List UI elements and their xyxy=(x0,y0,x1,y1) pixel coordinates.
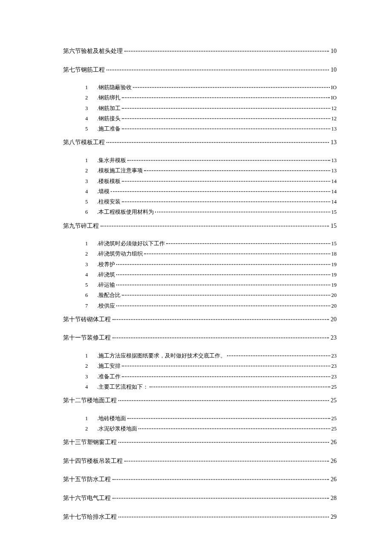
toc-sub-title: .本工程模板使用材料为 xyxy=(97,209,154,215)
toc-section-page: 29 xyxy=(331,513,337,521)
toc-sub-row: 2.碎浇筑劳动力组织18 xyxy=(85,250,337,257)
toc-sub-row: 6.本工程模板使用材料为15 xyxy=(85,209,337,215)
toc-sub-number: 2 xyxy=(85,94,95,101)
toc-section-row: 第十五节防水工程26 xyxy=(63,475,337,484)
toc-block: 第十节砖砌体工程20 xyxy=(63,315,337,324)
toc-sub-title: .楼板模板 xyxy=(97,178,121,185)
toc-leader-dots xyxy=(127,418,330,419)
toc-sub-page: 23 xyxy=(331,352,337,359)
toc-sub-number: 1 xyxy=(85,84,95,91)
toc-sub-page: 19 xyxy=(331,261,337,268)
toc-sub-row: 4.钢筋接头12 xyxy=(85,115,337,122)
toc-section-row: 第七节钢筋工程10 xyxy=(63,66,337,74)
toc-leader-dots xyxy=(155,212,330,212)
toc-sub-title: .集水井模板 xyxy=(97,157,126,164)
toc-sub-list: 1.钢筋隐蔽验收IO2.钢筋绑扎IO3.钢筋加工124.钢筋接头125.施工准备… xyxy=(63,84,337,132)
toc-section-title: 第九节碎工程 xyxy=(63,222,99,230)
toc-sub-page: 23 xyxy=(331,363,337,369)
toc-sub-number: 3 xyxy=(85,373,95,380)
toc-section-row: 第十七节给排水工程29 xyxy=(63,513,337,521)
toc-leader-dots xyxy=(227,355,330,356)
toc-sub-page: 19 xyxy=(331,282,337,288)
toc-sub-number: 3 xyxy=(85,105,95,112)
toc-section-title: 第八节模板工程 xyxy=(63,138,105,147)
toc-leader-dots xyxy=(122,366,330,366)
toc-sub-page: 25 xyxy=(331,384,337,390)
toc-sub-number: 2 xyxy=(85,425,95,432)
toc-sub-row: 5.碎运输19 xyxy=(85,282,337,288)
toc-section-row: 第十四节楼板吊装工程26 xyxy=(63,457,337,465)
toc-sub-number: 2 xyxy=(85,167,95,174)
toc-sub-list: 1.碎浇筑时必须做好以下工作152.碎浇筑劳动力组织183.校养护194.碎浇筑… xyxy=(63,240,337,309)
toc-leader-dots xyxy=(124,51,329,52)
toc-sub-number: 4 xyxy=(85,115,95,122)
toc-sub-row: 6.脸配合比20 xyxy=(85,292,337,299)
toc-sub-number: 4 xyxy=(85,384,95,390)
toc-sub-row: 5.柱模安装14 xyxy=(85,198,337,205)
toc-leader-dots xyxy=(122,295,330,296)
toc-section-page: 28 xyxy=(331,494,337,503)
toc-leader-dots xyxy=(122,376,330,377)
toc-sub-number: 1 xyxy=(85,415,95,422)
toc-sub-number: 6 xyxy=(85,292,95,299)
toc-sub-number: 5 xyxy=(85,198,95,205)
toc-sub-page: 25 xyxy=(331,415,337,422)
toc-sub-number: 7 xyxy=(85,302,95,309)
toc-sub-number: 4 xyxy=(85,271,95,278)
toc-section-page: 10 xyxy=(331,47,337,55)
toc-sub-title: .钢筋绑扎 xyxy=(97,94,121,101)
toc-sub-row: 7.校供应20 xyxy=(85,302,337,309)
toc-leader-dots xyxy=(144,253,330,254)
toc-sub-number: 5 xyxy=(85,282,95,288)
toc-leader-dots xyxy=(107,142,329,143)
toc-section-page: 25 xyxy=(331,396,337,405)
toc-block: 第九节碎工程151.碎浇筑时必须做好以下工作152.碎浇筑劳动力组织183.校养… xyxy=(63,222,337,309)
toc-sub-row: 4.墙模14 xyxy=(85,188,337,195)
toc-block: 第十七节给排水工程29 xyxy=(63,513,337,521)
toc-sub-page: 25 xyxy=(331,425,337,432)
toc-section-page: 26 xyxy=(331,475,337,484)
toc-sub-number: 2 xyxy=(85,250,95,257)
toc-sub-title: .钢筋隐蔽验收 xyxy=(97,84,132,91)
toc-leader-dots xyxy=(144,170,330,171)
toc-sub-page: 20 xyxy=(331,292,337,299)
toc-sub-page: IO xyxy=(331,94,337,101)
toc-leader-dots xyxy=(111,191,330,192)
toc-sub-number: 3 xyxy=(85,178,95,185)
toc-sub-title: .施工方法应根据图纸要求，及时做好技术交底工作。 xyxy=(97,352,226,359)
toc-sub-title: .碎运输 xyxy=(97,282,115,288)
toc-block: 第十一节装修工程231.施工方法应根据图纸要求，及时做好技术交底工作。232.施… xyxy=(63,334,337,390)
toc-sub-title: .碎浇筑劳动力组织 xyxy=(97,250,143,257)
toc-block: 第七节钢筋工程101.钢筋隐蔽验收IO2.钢筋绑扎IO3.钢筋加工124.钢筋接… xyxy=(63,66,337,133)
toc-leader-dots xyxy=(107,70,329,70)
toc-section-row: 第八节模板工程13 xyxy=(63,138,337,147)
toc-section-page: 13 xyxy=(331,138,337,147)
toc-sub-page: 20 xyxy=(331,302,337,309)
toc-sub-title: .钢筋接头 xyxy=(97,115,121,122)
toc-sub-number: 2 xyxy=(85,363,95,369)
toc-sub-row: 3.楼板模板14 xyxy=(85,178,337,185)
toc-sub-page: 12 xyxy=(331,105,337,112)
toc-leader-dots xyxy=(122,118,330,119)
toc-sub-row: 2.钢筋绑扎IO xyxy=(85,94,337,101)
toc-leader-dots xyxy=(118,442,329,443)
toc-leader-dots xyxy=(118,517,329,517)
toc-sub-number: 6 xyxy=(85,209,95,215)
toc-leader-dots xyxy=(166,243,330,244)
toc-sub-page: 14 xyxy=(331,188,337,195)
toc-section-title: 第十节砖砌体工程 xyxy=(63,315,111,324)
toc-leader-dots xyxy=(133,87,330,88)
toc-leader-dots xyxy=(118,400,329,401)
toc-section-title: 第十七节给排水工程 xyxy=(63,513,117,521)
toc-section-page: 26 xyxy=(331,457,337,465)
toc-sub-number: 5 xyxy=(85,125,95,132)
toc-section-page: 23 xyxy=(331,334,337,342)
toc-section-title: 第六节验桩及桩头处理 xyxy=(63,47,123,55)
toc-sub-row: 4.主要工艺流程如下：25 xyxy=(85,384,337,390)
toc-sub-page: 15 xyxy=(331,240,337,247)
toc-sub-row: 1.集水井模板13 xyxy=(85,157,337,164)
toc-leader-dots xyxy=(122,108,330,109)
toc-block: 第十二节楼地面工程251.地砖楼地面252.水泥砂浆楼地面25 xyxy=(63,396,337,432)
toc-sub-row: 1.施工方法应根据图纸要求，及时做好技术交底工作。23 xyxy=(85,352,337,359)
toc-sub-title: .模板施工注意事项 xyxy=(97,167,143,174)
